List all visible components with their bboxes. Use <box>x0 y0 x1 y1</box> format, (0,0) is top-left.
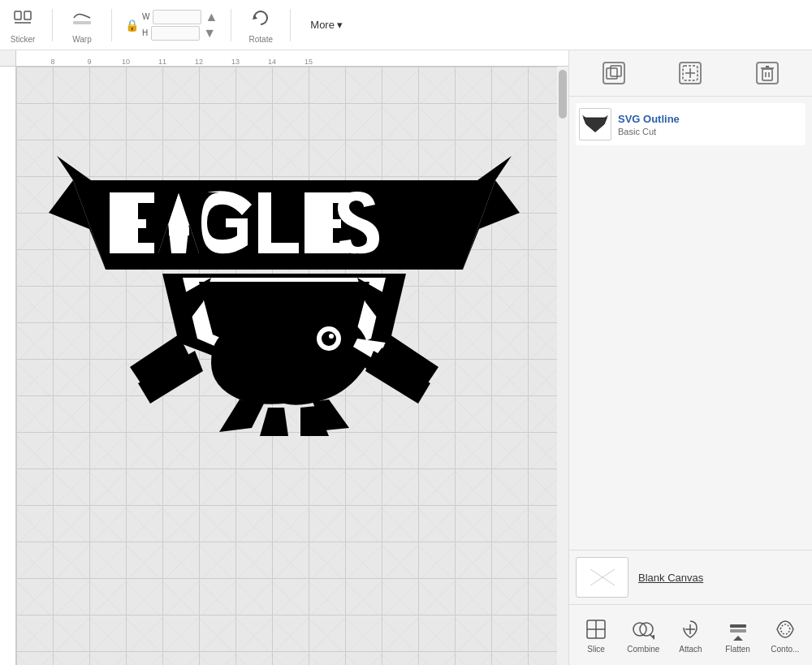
svg-rect-22 <box>611 66 621 76</box>
ruler-tick-10: 10 <box>122 58 130 66</box>
ruler-tick-9: 9 <box>87 58 91 66</box>
svg-rect-7 <box>110 219 146 228</box>
right-panel: Layers Color Sync ✕ <box>568 0 812 665</box>
layer-info: SVG Outline Basic Cut <box>618 113 680 136</box>
grid-background <box>16 67 568 665</box>
blank-canvas-thumbnail <box>576 557 628 598</box>
divider-1 <box>52 9 53 41</box>
flatten-icon <box>725 616 751 642</box>
bottom-toolbar: Slice Combine Attach <box>569 604 812 665</box>
svg-point-20 <box>329 334 334 339</box>
delete-button[interactable] <box>749 58 785 88</box>
svg-rect-3 <box>73 21 91 24</box>
combine-label: Combine <box>627 645 659 654</box>
flatten-label: Flatten <box>725 645 750 654</box>
ruler-tick-14: 14 <box>268 58 276 66</box>
ruler-tick-13: 13 <box>231 58 240 66</box>
ruler-tick-11: 11 <box>158 58 166 66</box>
width-label: W <box>142 12 149 21</box>
width-input[interactable] <box>153 10 201 24</box>
rotate-label: Rotate <box>249 35 273 44</box>
blank-canvas-section: Blank Canvas <box>569 550 812 604</box>
height-input[interactable] <box>151 26 200 41</box>
ruler-tick-8: 8 <box>50 58 54 66</box>
more-dropdown-icon: ▾ <box>337 19 343 31</box>
slice-label: Slice <box>587 645 605 654</box>
ruler-tick-12: 12 <box>195 58 203 66</box>
slice-button[interactable]: Slice <box>576 613 616 657</box>
attach-button[interactable]: Attach <box>670 613 710 657</box>
more-button[interactable]: More ▾ <box>304 15 349 34</box>
sticker-tool[interactable]: Sticker <box>6 6 39 44</box>
height-down-btn[interactable]: ▼ <box>203 26 216 41</box>
sticker-icon <box>11 6 34 33</box>
layer-list: SVG Outline Basic Cut <box>569 97 812 550</box>
ruler-left <box>0 67 16 665</box>
ruler-tick-15: 15 <box>304 58 313 66</box>
svg-marker-44 <box>733 636 743 641</box>
group-button[interactable] <box>672 58 708 88</box>
layer-subname: Basic Cut <box>618 127 680 136</box>
size-inputs: W ▲ H ▼ <box>142 10 218 41</box>
sticker-label: Sticker <box>11 35 36 44</box>
size-group: 🔒 W ▲ H ▼ <box>125 10 218 41</box>
svg-rect-13 <box>258 243 299 253</box>
ruler-corner <box>0 50 16 67</box>
svg-rect-42 <box>730 624 746 628</box>
height-label: H <box>142 28 148 37</box>
ruler-top: 8 9 10 11 12 13 14 15 <box>16 50 568 67</box>
svg-rect-6 <box>110 192 154 203</box>
lock-icon: 🔒 <box>125 19 139 32</box>
canvas-area: 8 9 10 11 12 13 14 15 <box>0 50 568 665</box>
contour-label: Conto... <box>771 645 799 654</box>
layer-thumbnail <box>579 108 611 140</box>
svg-rect-8 <box>110 243 154 253</box>
rotate-tool[interactable]: Rotate <box>244 6 277 44</box>
height-row: H ▼ <box>142 26 218 41</box>
design-canvas[interactable] <box>16 67 568 665</box>
svg-rect-21 <box>607 68 617 79</box>
width-up-btn[interactable]: ▲ <box>205 10 218 24</box>
eagles-logo[interactable] <box>49 132 520 440</box>
attach-icon <box>677 616 703 642</box>
duplicate-icon <box>603 62 625 84</box>
contour-icon <box>772 616 798 642</box>
more-label: More <box>310 19 335 31</box>
rotate-icon <box>249 6 272 33</box>
delete-icon <box>756 62 779 84</box>
combine-icon <box>630 616 656 642</box>
slice-icon <box>583 616 609 642</box>
scrollbar[interactable] <box>557 67 568 665</box>
panel-actions <box>569 50 812 97</box>
layer-item[interactable]: SVG Outline Basic Cut <box>576 103 806 145</box>
width-row: W ▲ <box>142 10 218 24</box>
blank-canvas-label[interactable]: Blank Canvas <box>638 572 703 584</box>
attach-label: Attach <box>679 645 702 654</box>
layer-name: SVG Outline <box>618 113 680 125</box>
divider-4 <box>290 9 291 41</box>
warp-label: Warp <box>72 35 92 44</box>
svg-rect-1 <box>24 11 31 19</box>
divider-2 <box>111 9 112 41</box>
top-toolbar: Sticker Warp 🔒 W ▲ H ▼ <box>0 0 812 50</box>
svg-rect-43 <box>730 629 746 633</box>
svg-rect-26 <box>762 69 772 80</box>
scrollbar-thumb[interactable] <box>559 70 567 119</box>
svg-rect-11 <box>169 227 189 235</box>
svg-point-19 <box>322 331 336 346</box>
warp-tool[interactable]: Warp <box>66 6 98 44</box>
combine-button[interactable]: Combine <box>623 613 663 657</box>
duplicate-button[interactable] <box>596 58 632 88</box>
svg-rect-0 <box>15 11 21 19</box>
group-icon <box>679 62 702 84</box>
warp-icon <box>71 6 93 33</box>
svg-rect-16 <box>304 219 341 228</box>
flatten-button[interactable]: Flatten <box>718 613 758 657</box>
divider-3 <box>231 9 231 41</box>
contour-button[interactable]: Conto... <box>765 613 806 657</box>
